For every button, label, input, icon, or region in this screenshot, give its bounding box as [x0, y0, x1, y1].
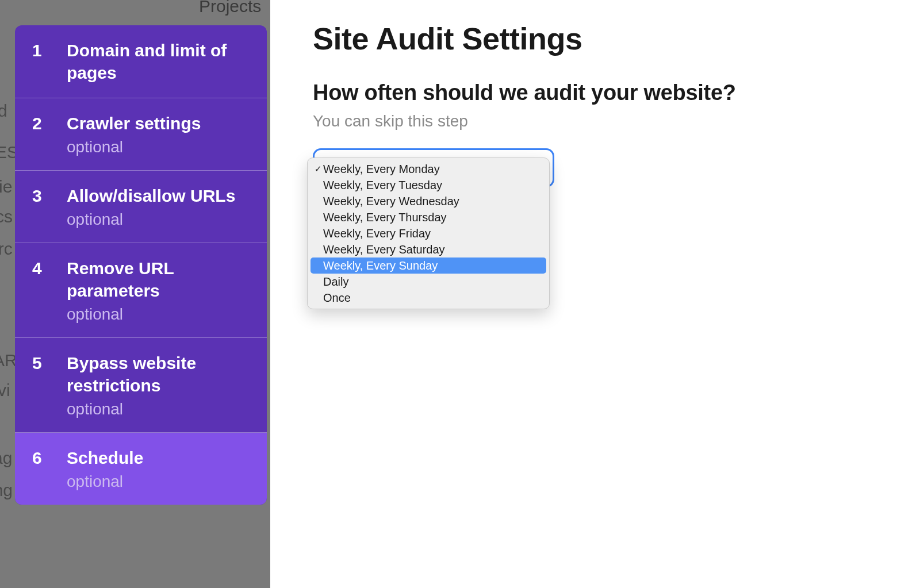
step-title: Domain and limit of pages	[67, 39, 255, 84]
step-title: Crawler settings	[67, 112, 255, 134]
option-label: Weekly, Every Tuesday	[323, 179, 542, 192]
wizard-step-url-params[interactable]: 4 Remove URL parameters optional	[15, 243, 267, 338]
option-label: Once	[323, 291, 542, 305]
wizard-step-domain[interactable]: 1 Domain and limit of pages	[15, 25, 267, 98]
main-content: Site Audit Settings How often should we …	[313, 21, 908, 130]
wizard-step-schedule[interactable]: 6 Schedule optional	[15, 433, 267, 505]
option-label: Daily	[323, 275, 542, 289]
step-title: Schedule	[67, 447, 255, 469]
dropdown-option-friday[interactable]: Weekly, Every Friday	[310, 225, 546, 241]
step-subtitle: optional	[67, 138, 255, 156]
page-title: Site Audit Settings	[313, 21, 908, 56]
step-number: 3	[32, 185, 67, 207]
step-subtitle: optional	[67, 210, 255, 229]
page-hint: You can skip this step	[313, 112, 908, 130]
bg-text: vi	[0, 381, 10, 400]
bg-text: arc	[0, 239, 13, 259]
dropdown-option-sunday[interactable]: Weekly, Every Sunday	[310, 258, 546, 274]
step-number: 1	[32, 39, 67, 62]
dropdown-option-wednesday[interactable]: Weekly, Every Wednesday	[310, 193, 546, 209]
step-subtitle: optional	[67, 472, 255, 491]
bg-text: rd	[0, 101, 7, 121]
option-label: Weekly, Every Friday	[323, 227, 542, 240]
page-subtitle: How often should we audit your website?	[313, 80, 908, 105]
dropdown-option-once[interactable]: Once	[310, 290, 546, 306]
option-label: Weekly, Every Sunday	[323, 259, 542, 272]
option-label: Weekly, Every Wednesday	[323, 195, 542, 208]
dropdown-option-thursday[interactable]: Weekly, Every Thursday	[310, 209, 546, 225]
step-subtitle: optional	[67, 400, 255, 418]
schedule-dropdown[interactable]: ✓ Weekly, Every Monday Weekly, Every Tue…	[307, 157, 550, 309]
dropdown-option-tuesday[interactable]: Weekly, Every Tuesday	[310, 177, 546, 193]
step-number: 6	[32, 447, 67, 469]
bg-text: ie	[0, 177, 12, 197]
step-number: 5	[32, 352, 67, 374]
bg-text: ing	[0, 481, 13, 500]
step-subtitle: optional	[67, 305, 255, 324]
step-title: Bypass website restrictions	[67, 352, 255, 397]
wizard-sidebar: 1 Domain and limit of pages 2 Crawler se…	[15, 25, 267, 505]
step-title: Allow/disallow URLs	[67, 185, 255, 207]
step-number: 2	[32, 112, 67, 134]
dropdown-option-daily[interactable]: Daily	[310, 274, 546, 290]
nav-projects[interactable]: Projects	[199, 0, 261, 16]
wizard-step-urls[interactable]: 3 Allow/disallow URLs optional	[15, 171, 267, 243]
step-title: Remove URL parameters	[67, 257, 255, 302]
check-icon: ✓	[313, 164, 323, 174]
wizard-step-crawler[interactable]: 2 Crawler settings optional	[15, 98, 267, 171]
dropdown-option-saturday[interactable]: Weekly, Every Saturday	[310, 241, 546, 258]
option-label: Weekly, Every Monday	[323, 163, 542, 176]
bg-text: cs	[0, 207, 13, 226]
step-number: 4	[32, 257, 67, 279]
option-label: Weekly, Every Thursday	[323, 211, 542, 224]
option-label: Weekly, Every Saturday	[323, 243, 542, 256]
bg-text: ag	[0, 448, 12, 468]
dropdown-option-monday[interactable]: ✓ Weekly, Every Monday	[310, 161, 546, 177]
wizard-step-bypass[interactable]: 5 Bypass website restrictions optional	[15, 338, 267, 433]
